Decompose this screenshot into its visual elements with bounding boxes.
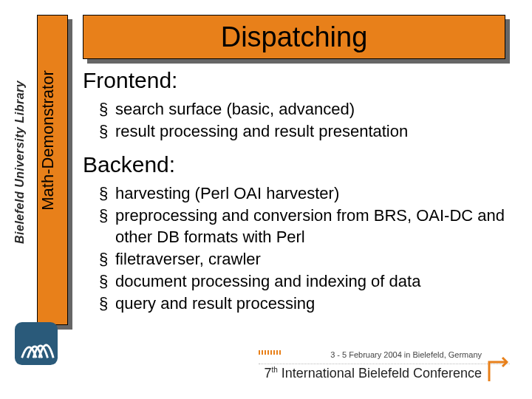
- footer-ordinal: 7: [264, 366, 271, 381]
- footer-divider: [259, 364, 510, 364]
- list-item: document processing and indexing of data: [99, 271, 511, 292]
- content-area: Frontend: search surface (basic, advance…: [83, 68, 511, 316]
- frontend-list: search surface (basic, advanced) result …: [83, 99, 511, 142]
- footer-date: 3 - 5 February 2004 in Bielefeld, German…: [330, 350, 482, 359]
- footer: 3 - 5 February 2004 in Bielefeld, German…: [0, 347, 532, 399]
- list-item: harvesting (Perl OAI harvester): [99, 183, 511, 204]
- title-bar: Dispatching: [83, 15, 505, 59]
- footer-dots-icon: [259, 350, 281, 355]
- slide-title: Dispatching: [221, 21, 368, 53]
- list-item: result processing and result presentatio…: [99, 121, 511, 142]
- footer-ordinal-suffix: th: [271, 366, 277, 374]
- library-logo-text: Bielefeld University Library: [13, 15, 27, 244]
- slide: Math-Demonstrator Bielefeld University L…: [0, 0, 532, 399]
- list-item: query and result processing: [99, 293, 511, 314]
- footer-conference: 7th International Bielefeld Conference: [264, 366, 482, 381]
- sidebar-label: Math-Demonstrator: [38, 52, 58, 229]
- footer-conference-name: International Bielefeld Conference: [278, 366, 482, 381]
- list-item: preprocessing and conversion from BRS, O…: [99, 205, 511, 247]
- frontend-heading: Frontend:: [83, 68, 511, 93]
- backend-heading: Backend:: [83, 152, 511, 177]
- list-item: filetraverser, crawler: [99, 249, 511, 270]
- footer-mark-icon: [488, 356, 508, 383]
- backend-list: harvesting (Perl OAI harvester) preproce…: [83, 183, 511, 314]
- list-item: search surface (basic, advanced): [99, 99, 511, 120]
